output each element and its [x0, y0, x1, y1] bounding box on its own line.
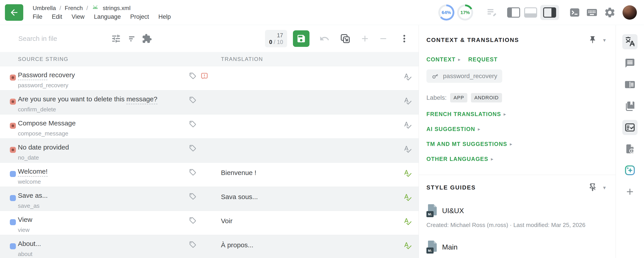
keyboard-shortcuts-button[interactable]: [586, 6, 598, 18]
puzzle-icon[interactable]: [142, 33, 152, 44]
filter-icon[interactable]: [127, 34, 137, 43]
translation-text[interactable]: Voir: [221, 217, 232, 225]
string-key: password_recovery: [18, 82, 75, 89]
string-key: compose_message: [18, 130, 76, 137]
table-row[interactable]: Welcome!welcomeBienvenue !: [0, 163, 418, 187]
spellcheck-icon[interactable]: [404, 169, 412, 178]
rail-document-info-button[interactable]: [622, 141, 638, 156]
menu-view[interactable]: View: [72, 13, 84, 20]
document-info-icon: [624, 143, 635, 154]
context-expand-arrow[interactable]: ▸: [458, 57, 461, 62]
progress-ring-translated[interactable]: 64%: [438, 4, 454, 20]
panel-collapse-chevron[interactable]: ▾: [603, 37, 606, 43]
table-row[interactable]: Password recoverypassword_recovery: [0, 66, 418, 90]
search-input[interactable]: [18, 35, 98, 43]
source-cell[interactable]: Welcome!welcome: [18, 168, 48, 185]
menu-project[interactable]: Project: [130, 13, 149, 20]
save-button[interactable]: [293, 30, 310, 47]
layout-left-panel-button[interactable]: [507, 7, 520, 18]
translation-text[interactable]: Bienvenue !: [221, 169, 256, 177]
layout-right-panel-button[interactable]: [543, 7, 556, 18]
breadcrumb-language[interactable]: French: [64, 5, 83, 12]
table-row[interactable]: About...aboutÀ propos...: [0, 235, 418, 258]
section-link-ai-suggestion[interactable]: AI SUGGESTION▸: [426, 126, 616, 132]
breadcrumb-project[interactable]: Umbrella: [33, 5, 56, 12]
tag-icon[interactable]: [189, 168, 196, 177]
breadcrumb-separator: /: [60, 5, 61, 12]
layout-bottom-panel-button[interactable]: [524, 7, 537, 18]
rail-context-button[interactable]: [622, 77, 638, 92]
table-row[interactable]: Compose Messagecompose_message: [0, 115, 418, 138]
table-row[interactable]: Are you sure you want to delete this mes…: [0, 90, 418, 115]
add-string-button[interactable]: [360, 34, 370, 43]
spellcheck-icon[interactable]: [404, 193, 412, 202]
tag-icon[interactable]: [189, 241, 196, 249]
spellcheck-icon[interactable]: [404, 97, 412, 106]
tab-request[interactable]: REQUEST: [468, 56, 498, 63]
translation-text[interactable]: À propos...: [221, 241, 253, 249]
rail-comments-button[interactable]: [622, 56, 638, 71]
expand-arrow-icon: ▸: [491, 156, 494, 162]
spellcheck-icon[interactable]: [404, 121, 412, 130]
source-cell[interactable]: Compose Messagecompose_message: [18, 120, 76, 137]
rail-translations-button[interactable]: [622, 34, 638, 49]
source-cell[interactable]: Password recoverypassword_recovery: [18, 71, 75, 89]
tune-icon[interactable]: [111, 33, 121, 44]
rail-checks-button[interactable]: [622, 120, 638, 135]
plus-icon: [625, 187, 635, 197]
source-cell[interactable]: No date providedno_date: [18, 143, 69, 161]
undo-button[interactable]: [319, 33, 330, 44]
source-cell[interactable]: Save as...save_as: [18, 192, 48, 209]
style-guides-unpin-button[interactable]: [588, 183, 597, 192]
menu-edit[interactable]: Edit: [52, 13, 62, 20]
panel-pin-button[interactable]: [588, 35, 597, 45]
copy-move-button[interactable]: [340, 33, 350, 44]
style-guides-collapse-chevron[interactable]: ▾: [603, 185, 606, 191]
rail-glossary-button[interactable]: [622, 98, 638, 114]
rail-add-button[interactable]: [622, 184, 638, 199]
menu-language[interactable]: Language: [94, 13, 121, 20]
source-cell[interactable]: Are you sure you want to delete this mes…: [18, 95, 158, 113]
tab-context[interactable]: CONTEXT: [426, 56, 456, 63]
progress-ring-reviewed[interactable]: 17%: [457, 4, 473, 20]
section-link-french-translations[interactable]: FRENCH TRANSLATIONS▸: [426, 111, 616, 117]
spellcheck-icon[interactable]: [404, 241, 412, 251]
translation-text[interactable]: Sava sous...: [221, 193, 258, 201]
tag-icon[interactable]: [189, 217, 196, 225]
table-row[interactable]: No date providedno_date: [0, 138, 418, 163]
tag-icon[interactable]: [189, 120, 196, 129]
breadcrumb-file[interactable]: strings.xml: [103, 5, 130, 12]
section-link-tm-and-mt-suggestions[interactable]: TM AND MT SUGGESTIONS▸: [426, 141, 616, 147]
spellcheck-icon[interactable]: [404, 145, 412, 154]
settings-button[interactable]: [604, 6, 616, 18]
menu-file[interactable]: File: [33, 13, 42, 20]
copy-move-icon: [340, 33, 350, 44]
tag-icon[interactable]: [189, 96, 196, 105]
spellcheck-icon[interactable]: [404, 217, 412, 227]
draft-edit-icon[interactable]: [486, 7, 498, 18]
comment-alert-icon[interactable]: [200, 72, 208, 81]
section-link-other-languages[interactable]: OTHER LANGUAGES▸: [426, 156, 616, 162]
style-guide-link[interactable]: M↓Main: [426, 241, 616, 254]
table-row[interactable]: ViewviewVoir: [0, 211, 418, 235]
tag-icon[interactable]: [189, 72, 196, 81]
status-bullet: [10, 75, 16, 81]
more-menu-button[interactable]: [399, 34, 409, 43]
tag-icon[interactable]: [189, 193, 196, 201]
table-row[interactable]: Save as...save_asSava sous...: [0, 187, 418, 211]
source-cell[interactable]: About...about: [18, 240, 41, 258]
terminal-button[interactable]: [569, 7, 580, 18]
avatar[interactable]: [622, 5, 637, 20]
rail-ai-button[interactable]: [622, 163, 638, 178]
menu-help[interactable]: Help: [158, 13, 171, 20]
source-cell[interactable]: Viewview: [18, 216, 32, 234]
tag-icon[interactable]: [189, 144, 196, 153]
back-arrow-icon: [9, 7, 19, 17]
string-key: view: [18, 227, 32, 234]
key-chip[interactable]: password_recovery: [426, 69, 502, 83]
spellcheck-icon[interactable]: [404, 73, 412, 82]
pagination-count: 0 / 10: [269, 39, 283, 45]
back-button[interactable]: [5, 4, 23, 21]
style-guide-link[interactable]: M↓UI&UX: [426, 204, 616, 217]
remove-string-button[interactable]: [378, 34, 388, 43]
